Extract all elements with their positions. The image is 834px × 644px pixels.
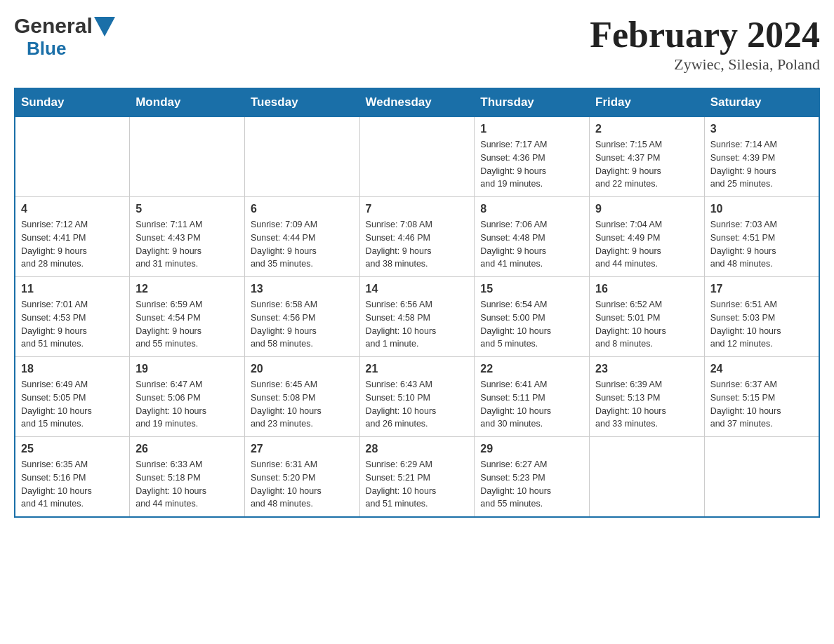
weekday-header-wednesday: Wednesday (359, 88, 475, 117)
calendar-cell: 27Sunrise: 6:31 AM Sunset: 5:20 PM Dayli… (244, 437, 359, 518)
day-number: 10 (710, 203, 813, 215)
day-info: Sunrise: 6:58 AM Sunset: 4:56 PM Dayligh… (251, 298, 354, 351)
day-info: Sunrise: 6:41 AM Sunset: 5:11 PM Dayligh… (480, 378, 583, 431)
day-info: Sunrise: 7:12 AM Sunset: 4:41 PM Dayligh… (21, 218, 124, 271)
day-number: 1 (480, 123, 583, 135)
day-info: Sunrise: 6:59 AM Sunset: 4:54 PM Dayligh… (135, 298, 239, 351)
day-info: Sunrise: 7:01 AM Sunset: 4:53 PM Dayligh… (21, 298, 124, 351)
day-info: Sunrise: 7:03 AM Sunset: 4:51 PM Dayligh… (710, 218, 813, 271)
calendar-cell: 13Sunrise: 6:58 AM Sunset: 4:56 PM Dayli… (244, 277, 359, 357)
calendar-cell: 26Sunrise: 6:33 AM Sunset: 5:18 PM Dayli… (130, 437, 245, 518)
calendar-cell: 24Sunrise: 6:37 AM Sunset: 5:15 PM Dayli… (704, 357, 819, 437)
day-number: 21 (366, 363, 469, 375)
month-title: February 2024 (590, 14, 820, 55)
day-number: 20 (251, 363, 354, 375)
day-info: Sunrise: 6:54 AM Sunset: 5:00 PM Dayligh… (480, 298, 583, 351)
day-info: Sunrise: 7:17 AM Sunset: 4:36 PM Dayligh… (480, 138, 583, 191)
day-info: Sunrise: 7:04 AM Sunset: 4:49 PM Dayligh… (595, 218, 699, 271)
day-info: Sunrise: 7:15 AM Sunset: 4:37 PM Dayligh… (595, 138, 699, 191)
day-info: Sunrise: 6:29 AM Sunset: 5:21 PM Dayligh… (366, 458, 469, 511)
calendar-cell: 20Sunrise: 6:45 AM Sunset: 5:08 PM Dayli… (244, 357, 359, 437)
day-number: 7 (366, 203, 469, 215)
calendar-cell: 10Sunrise: 7:03 AM Sunset: 4:51 PM Dayli… (704, 197, 819, 277)
day-number: 22 (480, 363, 583, 375)
calendar-cell: 21Sunrise: 6:43 AM Sunset: 5:10 PM Dayli… (359, 357, 475, 437)
day-info: Sunrise: 7:14 AM Sunset: 4:39 PM Dayligh… (710, 138, 813, 191)
day-number: 3 (710, 123, 813, 135)
day-number: 23 (595, 363, 699, 375)
calendar-cell: 22Sunrise: 6:41 AM Sunset: 5:11 PM Dayli… (475, 357, 590, 437)
day-info: Sunrise: 6:33 AM Sunset: 5:18 PM Dayligh… (135, 458, 239, 511)
calendar-cell: 9Sunrise: 7:04 AM Sunset: 4:49 PM Daylig… (590, 197, 705, 277)
day-number: 15 (480, 283, 583, 295)
day-info: Sunrise: 7:08 AM Sunset: 4:46 PM Dayligh… (366, 218, 469, 271)
weekday-header-monday: Monday (130, 88, 245, 117)
logo-blue-text: Blue (27, 38, 66, 59)
day-number: 25 (21, 443, 124, 455)
svg-marker-0 (94, 17, 115, 36)
calendar-week-row: 25Sunrise: 6:35 AM Sunset: 5:16 PM Dayli… (15, 437, 819, 518)
day-number: 29 (480, 443, 583, 455)
day-info: Sunrise: 6:31 AM Sunset: 5:20 PM Dayligh… (251, 458, 354, 511)
calendar-cell (244, 117, 359, 197)
calendar-cell: 12Sunrise: 6:59 AM Sunset: 4:54 PM Dayli… (130, 277, 245, 357)
calendar-week-row: 4Sunrise: 7:12 AM Sunset: 4:41 PM Daylig… (15, 197, 819, 277)
day-number: 19 (135, 363, 239, 375)
calendar-header-row: SundayMondayTuesdayWednesdayThursdayFrid… (15, 88, 819, 117)
calendar-cell: 28Sunrise: 6:29 AM Sunset: 5:21 PM Dayli… (359, 437, 475, 518)
calendar-cell: 19Sunrise: 6:47 AM Sunset: 5:06 PM Dayli… (130, 357, 245, 437)
day-info: Sunrise: 6:51 AM Sunset: 5:03 PM Dayligh… (710, 298, 813, 351)
day-number: 24 (710, 363, 813, 375)
logo-general-text: General (14, 14, 93, 38)
day-number: 28 (366, 443, 469, 455)
calendar-cell: 8Sunrise: 7:06 AM Sunset: 4:48 PM Daylig… (475, 197, 590, 277)
calendar-table: SundayMondayTuesdayWednesdayThursdayFrid… (14, 88, 820, 518)
calendar-cell: 2Sunrise: 7:15 AM Sunset: 4:37 PM Daylig… (590, 117, 705, 197)
day-number: 17 (710, 283, 813, 295)
weekday-header-saturday: Saturday (704, 88, 819, 117)
calendar-cell: 15Sunrise: 6:54 AM Sunset: 5:00 PM Dayli… (475, 277, 590, 357)
day-number: 4 (21, 203, 124, 215)
calendar-cell: 17Sunrise: 6:51 AM Sunset: 5:03 PM Dayli… (704, 277, 819, 357)
calendar-cell (359, 117, 475, 197)
weekday-header-thursday: Thursday (475, 88, 590, 117)
calendar-cell (590, 437, 705, 518)
page-header: General Blue February 2024 Zywiec, Siles… (14, 14, 820, 74)
day-info: Sunrise: 7:06 AM Sunset: 4:48 PM Dayligh… (480, 218, 583, 271)
day-info: Sunrise: 6:47 AM Sunset: 5:06 PM Dayligh… (135, 378, 239, 431)
day-number: 26 (135, 443, 239, 455)
title-section: February 2024 Zywiec, Silesia, Poland (590, 14, 820, 74)
day-number: 8 (480, 203, 583, 215)
day-number: 11 (21, 283, 124, 295)
day-info: Sunrise: 6:35 AM Sunset: 5:16 PM Dayligh… (21, 458, 124, 511)
day-number: 6 (251, 203, 354, 215)
weekday-header-sunday: Sunday (15, 88, 130, 117)
location: Zywiec, Silesia, Poland (590, 55, 820, 74)
calendar-cell: 18Sunrise: 6:49 AM Sunset: 5:05 PM Dayli… (15, 357, 130, 437)
day-info: Sunrise: 6:37 AM Sunset: 5:15 PM Dayligh… (710, 378, 813, 431)
day-number: 27 (251, 443, 354, 455)
weekday-header-friday: Friday (590, 88, 705, 117)
day-number: 14 (366, 283, 469, 295)
calendar-cell: 7Sunrise: 7:08 AM Sunset: 4:46 PM Daylig… (359, 197, 475, 277)
day-info: Sunrise: 6:52 AM Sunset: 5:01 PM Dayligh… (595, 298, 699, 351)
calendar-cell (130, 117, 245, 197)
calendar-cell: 3Sunrise: 7:14 AM Sunset: 4:39 PM Daylig… (704, 117, 819, 197)
day-info: Sunrise: 6:39 AM Sunset: 5:13 PM Dayligh… (595, 378, 699, 431)
day-number: 5 (135, 203, 239, 215)
day-number: 18 (21, 363, 124, 375)
calendar-cell: 4Sunrise: 7:12 AM Sunset: 4:41 PM Daylig… (15, 197, 130, 277)
calendar-cell: 14Sunrise: 6:56 AM Sunset: 4:58 PM Dayli… (359, 277, 475, 357)
day-number: 16 (595, 283, 699, 295)
calendar-cell: 6Sunrise: 7:09 AM Sunset: 4:44 PM Daylig… (244, 197, 359, 277)
calendar-week-row: 1Sunrise: 7:17 AM Sunset: 4:36 PM Daylig… (15, 117, 819, 197)
day-info: Sunrise: 6:56 AM Sunset: 4:58 PM Dayligh… (366, 298, 469, 351)
calendar-cell (15, 117, 130, 197)
calendar-cell: 23Sunrise: 6:39 AM Sunset: 5:13 PM Dayli… (590, 357, 705, 437)
day-number: 12 (135, 283, 239, 295)
day-info: Sunrise: 7:09 AM Sunset: 4:44 PM Dayligh… (251, 218, 354, 271)
day-info: Sunrise: 6:27 AM Sunset: 5:23 PM Dayligh… (480, 458, 583, 511)
calendar-cell: 1Sunrise: 7:17 AM Sunset: 4:36 PM Daylig… (475, 117, 590, 197)
calendar-cell: 25Sunrise: 6:35 AM Sunset: 5:16 PM Dayli… (15, 437, 130, 518)
calendar-cell (704, 437, 819, 518)
